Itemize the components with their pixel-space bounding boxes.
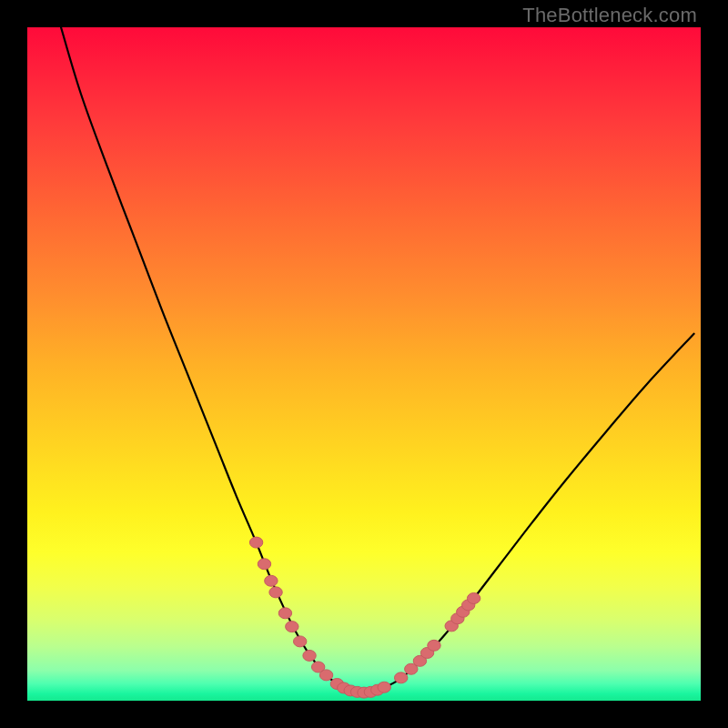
marker-dot [265, 575, 278, 586]
curve-markers [249, 537, 480, 698]
watermark-text: TheBottleneck.com [522, 4, 697, 27]
plot-area [27, 27, 701, 701]
marker-dot [378, 682, 390, 693]
marker-dot [395, 672, 408, 683]
marker-dot [467, 593, 480, 604]
marker-dot [258, 559, 270, 570]
chart-frame: TheBottleneck.com [0, 0, 728, 728]
bottleneck-curve [61, 27, 694, 693]
marker-dot [278, 608, 291, 619]
marker-dot [269, 587, 282, 598]
marker-dot [303, 650, 316, 661]
curve-layer [27, 27, 701, 701]
marker-dot [286, 622, 298, 632]
marker-dot [319, 670, 332, 681]
marker-dot [428, 640, 440, 651]
marker-dot [249, 537, 262, 548]
marker-dot [294, 636, 307, 647]
